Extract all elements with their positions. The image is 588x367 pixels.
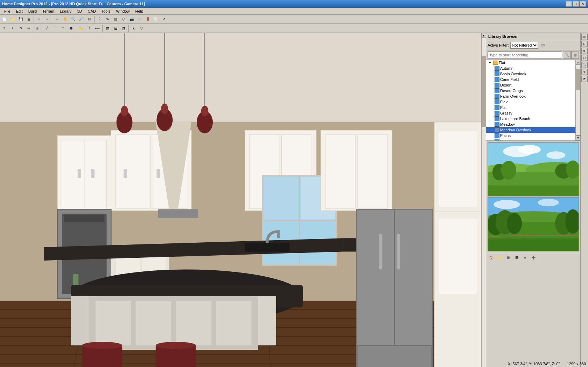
draw-poly-btn[interactable]: ⬟ bbox=[67, 25, 75, 32]
tree-item-lakeshore[interactable]: Lakeshore Beach bbox=[486, 116, 575, 122]
menu-terrain[interactable]: Terrain bbox=[40, 9, 57, 14]
rotate-btn[interactable]: ↻ bbox=[17, 25, 24, 32]
new-btn[interactable]: 📄 bbox=[1, 15, 8, 23]
draw-arc-btn[interactable]: ⌒ bbox=[51, 25, 59, 32]
lib-list-btn[interactable]: ☰ bbox=[513, 254, 520, 262]
library-tree[interactable]: ▼ Flat Autumn Basin Overlo bbox=[486, 60, 575, 140]
preview-image-1[interactable] bbox=[488, 142, 579, 196]
search-button[interactable]: 🔍 bbox=[563, 51, 570, 59]
edge-btn-7[interactable]: ⟳ bbox=[581, 76, 588, 82]
tree-scroll-down[interactable]: ▼ bbox=[576, 136, 581, 140]
tree-item-desert-crags[interactable]: Desert Crags bbox=[486, 88, 575, 94]
floor-plan-btn[interactable]: ▦ bbox=[112, 15, 119, 23]
tree-item-flat[interactable]: Flat bbox=[486, 105, 575, 110]
ceiling-btn[interactable]: ⬓ bbox=[112, 25, 119, 32]
zoom-in-btn[interactable]: 🔍 bbox=[69, 15, 77, 23]
minimize-button[interactable]: ─ bbox=[566, 1, 572, 7]
menu-tools[interactable]: Tools bbox=[99, 9, 113, 14]
pan-btn[interactable]: ✋ bbox=[61, 15, 69, 23]
select-btn[interactable]: ⊹ bbox=[53, 15, 61, 23]
tree-item-cane-field[interactable]: Cane Field bbox=[486, 77, 575, 82]
pointer-btn[interactable]: ↖ bbox=[1, 25, 8, 32]
filter-select[interactable]: Not Filtered Filtered bbox=[510, 42, 538, 49]
floor-btn[interactable]: ⬒ bbox=[104, 25, 111, 32]
stair-btn[interactable]: ↗ bbox=[160, 15, 168, 23]
maximize-button[interactable]: □ bbox=[573, 1, 579, 7]
filter-options-btn[interactable]: ⚙ bbox=[539, 41, 547, 49]
item-label: Desert bbox=[500, 83, 511, 87]
copy-btn[interactable]: ⎘ bbox=[33, 25, 41, 32]
lib-add-btn[interactable]: ➕ bbox=[530, 254, 537, 262]
edge-btn-6[interactable]: ✛ bbox=[581, 69, 588, 75]
svg-point-69 bbox=[201, 106, 208, 117]
edge-btn-3[interactable]: ↺ bbox=[581, 48, 588, 54]
viewport-scrollbar-v[interactable]: ▲ ▼ bbox=[481, 33, 486, 367]
menu-edit[interactable]: Edit bbox=[13, 9, 26, 14]
svg-rect-36 bbox=[264, 177, 299, 220]
toolbar-2: ↖ ✛ ↻ ⇔ ⎘ ╱ ⌒ □ ⬟ 📐 T ⟺ ⬒ ⬓ ⬔ ▲ ▽ bbox=[0, 24, 588, 33]
camera-btn[interactable]: 📷 bbox=[128, 15, 135, 23]
menu-cad[interactable]: CAD bbox=[85, 9, 98, 14]
search-options-btn[interactable]: ⊞ bbox=[571, 51, 579, 59]
menu-library[interactable]: Library bbox=[57, 9, 75, 14]
draw-rect-btn[interactable]: □ bbox=[59, 25, 67, 32]
preview-image-2[interactable] bbox=[488, 197, 579, 251]
lib-star-btn[interactable]: ⭐ bbox=[496, 254, 504, 262]
tree-item-basin[interactable]: Basin Overlook bbox=[486, 71, 575, 77]
window-btn[interactable]: ⬜ bbox=[152, 15, 160, 23]
tree-scroll-up[interactable]: ▲ bbox=[576, 60, 581, 65]
dim-btn[interactable]: ⟺ bbox=[93, 25, 101, 32]
svg-rect-106 bbox=[488, 238, 579, 251]
wall-btn[interactable]: ▭ bbox=[136, 15, 144, 23]
zoom-out-btn[interactable]: 🔎 bbox=[77, 15, 85, 23]
item-label: Cane Field bbox=[500, 77, 519, 82]
tree-item-grassy[interactable]: Grassy bbox=[486, 110, 575, 116]
viewport[interactable] bbox=[0, 33, 481, 367]
text-btn[interactable]: T bbox=[85, 25, 93, 32]
menu-help[interactable]: Help bbox=[133, 9, 146, 14]
menu-build[interactable]: Build bbox=[26, 9, 40, 14]
3d-view-btn[interactable]: ⬡ bbox=[120, 15, 127, 23]
save-btn[interactable]: 💾 bbox=[17, 15, 24, 23]
close-button[interactable]: ✕ bbox=[580, 1, 586, 7]
svg-point-92 bbox=[546, 151, 565, 159]
menu-window[interactable]: Window bbox=[113, 9, 132, 14]
help-btn[interactable]: ? bbox=[96, 15, 103, 23]
search-input[interactable] bbox=[488, 51, 562, 58]
tree-item-farm[interactable]: Farm Overlook bbox=[486, 94, 575, 99]
tree-item-field[interactable]: Field bbox=[486, 99, 575, 105]
lib-home-btn[interactable]: 🏠 bbox=[488, 254, 495, 262]
edge-btn-1[interactable]: ≫ bbox=[581, 34, 588, 40]
tree-item-desert[interactable]: Desert bbox=[486, 82, 575, 88]
lib-grid-btn[interactable]: ⊞ bbox=[504, 254, 512, 262]
expand-icon: ▼ bbox=[488, 60, 492, 65]
door-btn[interactable]: 🚪 bbox=[144, 15, 152, 23]
tree-item-meadow[interactable]: Meadow bbox=[486, 122, 575, 127]
tree-item-meadow-overlook[interactable]: Meadow Overlook bbox=[486, 127, 575, 133]
arrow-dn-btn[interactable]: ▽ bbox=[138, 25, 146, 32]
move-btn[interactable]: ✛ bbox=[9, 25, 16, 32]
zoom-fit-btn[interactable]: ⊡ bbox=[85, 15, 93, 23]
more-btn[interactable]: ≫ bbox=[104, 15, 111, 23]
lib-detail-btn[interactable]: ≡ bbox=[521, 254, 529, 262]
tree-item-autumn[interactable]: Autumn bbox=[486, 65, 575, 71]
open-btn[interactable]: 📁 bbox=[9, 15, 16, 23]
elev-btn[interactable]: ⬔ bbox=[120, 25, 127, 32]
measure-btn[interactable]: 📐 bbox=[77, 25, 85, 32]
resize-btn[interactable]: ⇔ bbox=[25, 25, 33, 32]
scroll-up-btn[interactable]: ▲ bbox=[481, 33, 486, 38]
tree-item-plains[interactable]: Plains bbox=[486, 133, 575, 138]
edge-btn-5[interactable]: 🔍 bbox=[581, 62, 588, 68]
arrow-up-btn[interactable]: ▲ bbox=[130, 25, 138, 32]
edge-btn-2[interactable]: ⊡ bbox=[581, 41, 588, 47]
menu-3d[interactable]: 3D bbox=[74, 9, 85, 14]
menu-file[interactable]: File bbox=[1, 9, 13, 14]
undo-btn[interactable]: ↩ bbox=[35, 15, 43, 23]
edge-btn-4[interactable]: ⬡ bbox=[581, 55, 588, 61]
tree-scrollbar[interactable]: ▲ ▼ bbox=[575, 60, 580, 140]
tree-folder-flat[interactable]: ▼ Flat bbox=[486, 60, 575, 65]
item-label: Lakeshore Beach bbox=[500, 117, 530, 121]
redo-btn[interactable]: ↪ bbox=[43, 15, 51, 23]
draw-line-btn[interactable]: ╱ bbox=[43, 25, 51, 32]
print-btn[interactable]: 🖨 bbox=[25, 15, 33, 23]
